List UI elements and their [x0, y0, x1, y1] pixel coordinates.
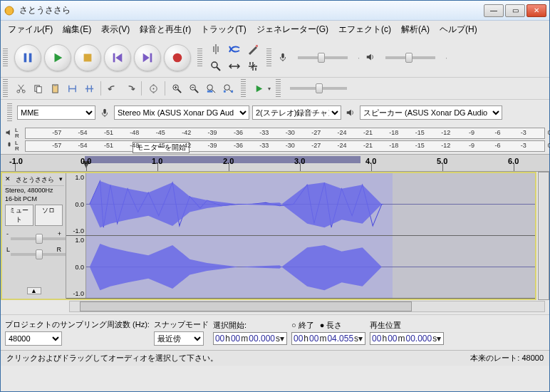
speaker-icon [365, 52, 375, 63]
horizontal-scrollbar[interactable] [69, 301, 545, 312]
mute-button[interactable]: ミュート [5, 205, 33, 226]
window-title: さとうささら [19, 4, 484, 16]
speaker-icon [344, 108, 357, 118]
waveform-right[interactable] [86, 236, 535, 298]
playback-device-select[interactable]: スピーカー (ASUS Xonar DG Audio [360, 105, 502, 120]
toolbar-grip[interactable] [3, 79, 8, 98]
zoom-out-button[interactable] [186, 81, 202, 96]
toolbar-grip[interactable] [276, 79, 281, 98]
playback-speed-slider[interactable] [290, 87, 347, 90]
selection-length-field[interactable]: 00h 00m 04.055s▾ [291, 332, 365, 345]
end-radio[interactable]: ○ 終了 [291, 320, 314, 331]
play-position-label: 再生位置 [370, 320, 444, 331]
menu-analysis[interactable]: 解析(A) [397, 22, 434, 37]
sample-rate-label: プロジェクトのサンプリング周波数 (Hz): [5, 319, 150, 330]
speaker-icon [5, 128, 14, 138]
menu-view[interactable]: 表示(V) [97, 22, 134, 37]
track-bitdepth: 16-bit PCM [4, 195, 64, 203]
sync-lock-button[interactable] [145, 81, 161, 96]
menu-record[interactable]: 録音と再生(r) [135, 22, 195, 37]
toolbar-grip[interactable] [241, 79, 246, 98]
undo-button[interactable] [105, 81, 120, 96]
track-close-button[interactable]: ✕ [5, 175, 11, 185]
menu-file[interactable]: ファイル(F) [4, 22, 57, 37]
solo-button[interactable]: ソロ [35, 205, 63, 226]
pan-slider[interactable] [11, 253, 66, 256]
multi-tool[interactable] [244, 58, 261, 74]
toolbar-grip[interactable] [197, 48, 202, 67]
recording-device-select[interactable]: Stereo Mix (ASUS Xonar DG Aud [114, 105, 249, 120]
svg-point-8 [212, 62, 217, 68]
svg-line-20 [177, 89, 181, 93]
record-button[interactable] [164, 44, 191, 71]
svg-rect-1 [24, 53, 27, 63]
sample-rate-select[interactable]: 48000 [5, 331, 62, 346]
length-radio[interactable]: ● 長さ [320, 320, 343, 331]
selection-tool[interactable] [207, 41, 224, 57]
toolbar-grip[interactable] [266, 48, 271, 67]
input-volume-slider[interactable] [298, 56, 348, 59]
output-volume-slider[interactable] [385, 56, 435, 59]
close-button[interactable]: ✕ [526, 4, 546, 17]
svg-point-6 [173, 53, 182, 63]
menu-effect[interactable]: エフェクト(c) [334, 22, 395, 37]
paste-button[interactable] [47, 81, 63, 96]
dropdown-icon[interactable]: ▾ [268, 86, 271, 92]
transport-toolbar [10, 41, 195, 74]
svg-rect-3 [84, 54, 92, 62]
maximize-button[interactable]: ▭ [505, 4, 525, 17]
stop-button[interactable] [74, 44, 101, 71]
toolbar-grip[interactable] [7, 103, 12, 122]
zoom-tool[interactable] [207, 58, 224, 74]
microphone-icon [5, 141, 14, 151]
trim-button[interactable] [64, 81, 80, 96]
snap-select[interactable]: 最近傍 [154, 331, 204, 346]
vertical-scrollbar[interactable] [538, 172, 549, 300]
menu-generator[interactable]: ジェネレーター(G) [252, 22, 333, 37]
toolbar-grip[interactable] [3, 48, 8, 67]
envelope-tool[interactable] [226, 41, 243, 57]
track-name: さとうささら [11, 175, 59, 185]
svg-rect-28 [9, 143, 11, 147]
selection-start-field[interactable]: 00h 00m 00.000s▾ [213, 332, 287, 345]
play-small-button[interactable] [251, 81, 266, 96]
draw-tool[interactable] [244, 41, 261, 57]
skip-end-button[interactable] [134, 44, 161, 71]
recording-meter[interactable]: モニターを開始 -57-54-51-48-45-42-39-36-33-30-2… [25, 140, 545, 152]
waveform-left[interactable] [86, 173, 535, 235]
track-control-panel: ✕ さとうささら ▾ Stereo, 48000Hz 16-bit PCM ミュ… [2, 173, 66, 299]
status-rate: 本来のレート: 48000 [470, 353, 544, 363]
app-icon [4, 5, 15, 16]
playback-meter[interactable]: -57-54-51-48-45-42-39-36-33-30-27-24-21-… [25, 128, 545, 139]
play-position-field[interactable]: 00h 00m 00.000s▾ [370, 332, 444, 345]
redo-button[interactable] [122, 81, 138, 96]
menu-edit[interactable]: 編集(E) [58, 22, 95, 37]
pause-button[interactable] [14, 44, 41, 71]
skip-start-button[interactable] [104, 44, 131, 71]
track-menu-button[interactable]: ▾ [59, 175, 63, 185]
status-hint: クリックおよびドラッグしてオーディオを選択して下さい。 [6, 353, 218, 363]
menu-track[interactable]: トラック(T) [197, 22, 250, 37]
zoom-selection-button[interactable] [203, 81, 219, 96]
cut-button[interactable] [13, 81, 28, 96]
menu-help[interactable]: ヘルプ(H) [435, 22, 482, 37]
play-button[interactable] [44, 44, 71, 71]
silence-button[interactable] [81, 81, 97, 96]
timeshift-tool[interactable] [226, 58, 243, 74]
gain-slider[interactable] [11, 237, 66, 240]
menu-bar: ファイル(F) 編集(E) 表示(V) 録音と再生(r) トラック(T) ジェネ… [1, 21, 549, 38]
minimize-button[interactable]: — [484, 4, 504, 17]
zoom-in-button[interactable] [169, 81, 185, 96]
svg-rect-16 [53, 83, 56, 86]
recording-channels-select[interactable]: 2(ステレオ)録音チャン [252, 105, 341, 120]
svg-rect-27 [103, 109, 106, 114]
svg-point-25 [224, 84, 229, 90]
svg-point-18 [152, 88, 154, 89]
collapse-button[interactable]: ▲ [27, 287, 41, 294]
svg-rect-5 [150, 53, 152, 63]
zoom-fit-button[interactable] [220, 81, 236, 96]
copy-button[interactable] [30, 81, 46, 96]
timeline-ruler[interactable]: -1.00.01.02.03.04.05.06.0 [1, 155, 549, 172]
snap-label: スナップモード [154, 319, 209, 330]
audio-host-select[interactable]: MME [17, 105, 95, 120]
